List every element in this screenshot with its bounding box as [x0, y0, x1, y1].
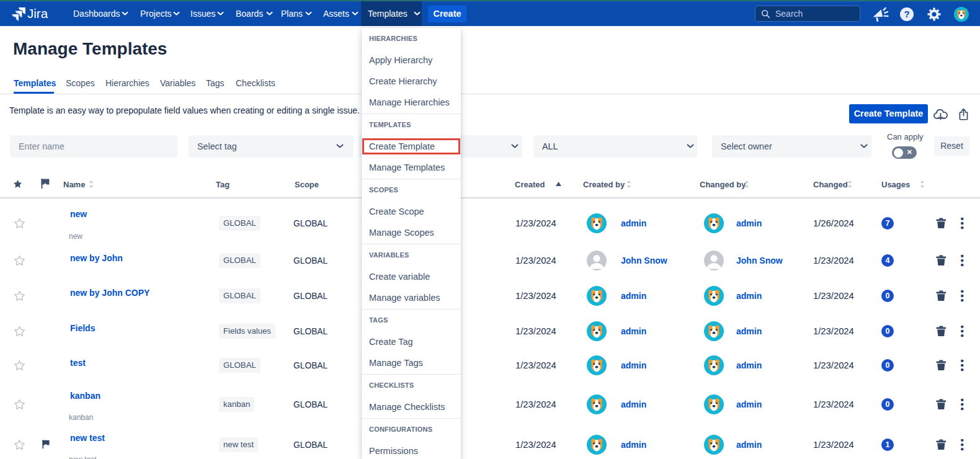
svg-text:?: ? [904, 9, 909, 19]
